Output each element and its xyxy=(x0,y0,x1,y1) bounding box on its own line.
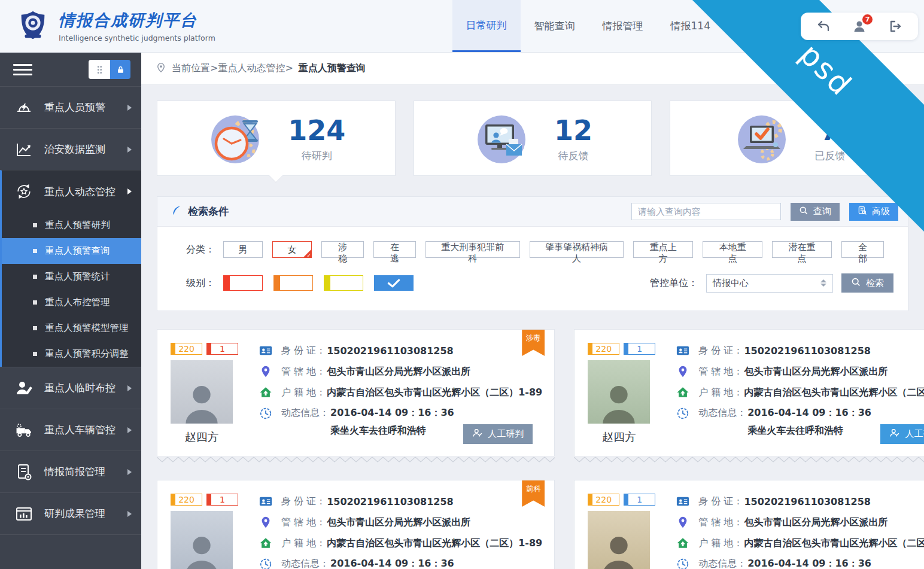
bullet-icon xyxy=(33,352,37,356)
household-label: 户 籍 地： xyxy=(698,387,743,399)
sidebar-group-dynamic-control: 重点人动态管控 重点人预警研判 重点人预警查询 重点人预警统计 重点人布控管理 … xyxy=(0,170,141,367)
tab-daily-judgment[interactable]: 日常研判 xyxy=(452,0,521,52)
lock-icon xyxy=(110,60,130,79)
level-badge: 1 xyxy=(206,343,238,355)
search-input[interactable] xyxy=(631,203,781,220)
unit-selected-value: 情报中心 xyxy=(713,278,749,289)
unit-group: 管控单位： 情报中心 检索 xyxy=(650,273,893,293)
logout-icon[interactable] xyxy=(888,19,902,34)
sidebar-subitem-alert-query[interactable]: 重点人预警查询 xyxy=(2,238,141,264)
category-local-key[interactable]: 本地重点 xyxy=(703,241,762,258)
level-red-checkbox[interactable] xyxy=(223,275,263,291)
dynamic-time: 2016-04-14 09：16：36 xyxy=(747,407,871,419)
category-male[interactable]: 男 xyxy=(223,241,263,258)
sidebar-item-key-person-alert[interactable]: 重点人员预警 xyxy=(0,86,141,128)
person-card-body[interactable]: 前科 220 1 赵四方 身 份 证 xyxy=(157,480,555,569)
dynamic-time: 2016-04-14 09：16：36 xyxy=(747,558,871,569)
id-row: 身 份 证：1502021961103081258 xyxy=(676,495,924,508)
category-potential-key[interactable]: 潜在重点 xyxy=(772,241,832,258)
category-key-upper[interactable]: 重点上方 xyxy=(633,241,693,258)
location-pin-icon xyxy=(156,62,166,75)
select-arrows-icon xyxy=(820,279,826,287)
stat-card-pending-feedback[interactable]: 12 待反馈 xyxy=(414,101,652,176)
clock-icon xyxy=(259,558,272,569)
dynamic-info-row: 动态信息： 2016-04-14 09：16：36 乘坐火车去往呼和浩特 xyxy=(259,558,542,569)
search-button-label: 检索 xyxy=(866,278,884,289)
advanced-search-icon xyxy=(858,206,867,218)
jurisdiction-label: 管 辖 地： xyxy=(698,366,743,378)
stat-label: 已反馈 xyxy=(814,149,845,163)
location-pin-icon xyxy=(259,516,272,529)
chevron-right-icon xyxy=(127,147,132,153)
manual-judgment-label: 人工研判 xyxy=(488,428,524,440)
category-female[interactable]: 女✓ xyxy=(272,241,312,258)
clock-icon xyxy=(676,407,689,420)
unit-label: 管控单位： xyxy=(650,277,698,290)
level-yellow-checkbox[interactable] xyxy=(324,275,363,291)
back-icon[interactable] xyxy=(816,19,831,34)
dynamic-detail: 2016-04-14 09：16：36 乘坐火车去往呼和浩特 xyxy=(746,558,871,569)
badge-row: 220 1 xyxy=(588,343,658,355)
household-value: 内蒙古自治区包头市青山区光辉小区（二区）1-89 xyxy=(327,537,542,550)
sidebar-subitem-score-adjustment[interactable]: 重点人预警积分调整 xyxy=(2,341,141,367)
dynamic-label: 动态信息： xyxy=(281,558,329,569)
person-left-column: 220 1 赵四方 xyxy=(588,494,658,569)
manual-judgment-button[interactable]: 人工研判 xyxy=(880,424,924,444)
user-icon[interactable]: 7 xyxy=(852,19,867,34)
household-row: 户 籍 地：内蒙古自治区包头市青山区光辉小区（二区）1-89 xyxy=(676,537,924,550)
household-value: 内蒙古自治区包头市青山区光辉小区（二区）1-89 xyxy=(744,537,924,550)
stat-card-pending-judgment[interactable]: 124 待研判 xyxy=(157,101,396,176)
clock-icon xyxy=(259,407,272,420)
clock-icon xyxy=(676,558,689,569)
person-info-column: 身 份 证：1502021961103081258 管 辖 地：包头市青山区分局… xyxy=(658,343,924,446)
score-badge: 220 xyxy=(171,343,202,355)
person-icon xyxy=(889,428,899,440)
sidebar-item-label: 重点人动态管控 xyxy=(44,185,116,199)
level-label: 级别： xyxy=(172,277,215,290)
home-icon xyxy=(259,386,272,399)
sidebar-subitem-control-management[interactable]: 重点人布控管理 xyxy=(2,290,141,315)
home-icon xyxy=(676,386,689,399)
sidebar-item-vehicle-control[interactable]: 重点人车辆管控 xyxy=(0,409,141,451)
sidebar-lock-toggle[interactable] xyxy=(89,60,130,79)
category-mental-illness[interactable]: 肇事肇祸精神病人 xyxy=(530,241,624,258)
menu-toggle-icon[interactable] xyxy=(13,61,32,78)
person-card-body[interactable]: 涉毒 220 1 赵四方 身 份 证 xyxy=(157,329,555,456)
category-fugitive[interactable]: 在逃 xyxy=(373,241,416,258)
query-button[interactable]: 查询 xyxy=(791,203,840,221)
sidebar-item-temporary-control[interactable]: 重点人临时布控 xyxy=(0,367,141,409)
manual-judgment-button[interactable]: 人工研判 xyxy=(463,424,533,444)
app-logo: 情报合成研判平台 Intelligence synthetic judgment… xyxy=(0,9,257,44)
sidebar-item-dynamic-control[interactable]: 重点人动态管控 xyxy=(2,171,141,212)
sidebar-subitem-model-management[interactable]: 重点人预警模型管理 xyxy=(2,315,141,341)
person-info-column: 身 份 证：1502021961103081258 管 辖 地：包头市青山区分局… xyxy=(658,494,924,569)
sidebar: 重点人员预警 治安数据监测 重点人动态管控 xyxy=(0,53,141,569)
person-icon xyxy=(472,428,482,440)
sidebar-item-briefing-management[interactable]: 情报简报管理 xyxy=(0,451,141,492)
category-major-crime[interactable]: 重大刑事犯罪前科 xyxy=(425,241,520,258)
person-name: 赵四方 xyxy=(171,430,233,445)
unit-select[interactable]: 情报中心 xyxy=(706,274,833,293)
sidebar-item-security-data[interactable]: 治安数据监测 xyxy=(0,128,141,170)
person-card-body[interactable]: 前科 220 1 赵四方 身 份 证 xyxy=(574,329,924,456)
police-badge-icon xyxy=(16,9,50,44)
filter-header: 检索条件 查询 xyxy=(157,197,908,227)
tab-smart-query[interactable]: 智能查询 xyxy=(521,0,589,52)
level-blue-checkbox[interactable] xyxy=(374,275,414,291)
category-stability[interactable]: 涉稳 xyxy=(321,241,364,258)
bullet-icon xyxy=(33,300,37,305)
search-button[interactable]: 检索 xyxy=(841,273,893,293)
level-orange-checkbox[interactable] xyxy=(273,275,313,291)
vehicle-icon xyxy=(14,421,34,440)
sidebar-subitem-label: 重点人布控管理 xyxy=(45,296,110,309)
sidebar-item-result-management[interactable]: 研判成果管理 xyxy=(0,492,141,534)
sidebar-divider xyxy=(0,534,141,552)
advanced-button[interactable]: 高级 xyxy=(849,203,898,221)
sidebar-subitem-alert-judgment[interactable]: 重点人预警研判 xyxy=(2,212,141,238)
sidebar-subitem-alert-statistics[interactable]: 重点人预警统计 xyxy=(2,264,141,290)
tab-intel-management[interactable]: 情报管理 xyxy=(589,0,657,52)
category-all[interactable]: 全部 xyxy=(841,241,884,258)
jurisdiction-row: 管 辖 地：包头市青山区分局光辉小区派出所 xyxy=(676,516,924,529)
person-card-body[interactable]: 前科 220 1 赵四方 身 份 证 xyxy=(574,480,924,569)
household-label: 户 籍 地： xyxy=(281,387,326,399)
